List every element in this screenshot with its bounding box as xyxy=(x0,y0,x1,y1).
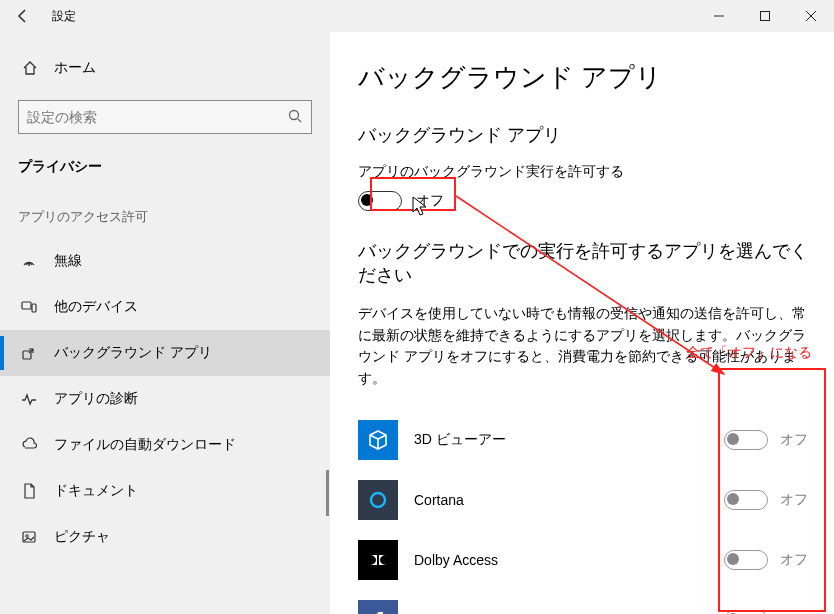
sidebar-item-label: バックグラウンド アプリ xyxy=(54,344,212,362)
app-toggle-state: オフ xyxy=(780,551,808,569)
picture-icon xyxy=(18,529,40,545)
svg-point-2 xyxy=(28,264,30,266)
app-toggle-state: オフ xyxy=(780,491,808,509)
content-pane: バックグラウンド アプリ バックグラウンド アプリ アプリのバックグラウンド実行… xyxy=(330,32,834,614)
annotation-text: 全て「オフ」になる xyxy=(686,344,812,362)
app-icon-cortana xyxy=(358,480,398,520)
section-title: バックグラウンド アプリ xyxy=(358,123,808,147)
sidebar-item-pictures[interactable]: ピクチャ xyxy=(0,514,330,560)
app-row: Facebook オフ xyxy=(358,590,808,614)
arrow-left-icon xyxy=(15,8,31,24)
svg-point-8 xyxy=(371,493,385,507)
svg-point-7 xyxy=(26,535,29,538)
sidebar-item-radio[interactable]: 無線 xyxy=(0,238,330,284)
back-button[interactable] xyxy=(0,0,46,32)
window-title: 設定 xyxy=(46,8,76,25)
maximize-button[interactable] xyxy=(742,0,788,32)
app-toggle[interactable] xyxy=(724,610,768,614)
app-toggle[interactable] xyxy=(724,430,768,450)
app-toggle[interactable] xyxy=(724,550,768,570)
app-icon-facebook xyxy=(358,600,398,614)
app-name: Dolby Access xyxy=(414,552,724,568)
app-row: Cortana オフ xyxy=(358,470,808,530)
home-label: ホーム xyxy=(54,59,96,77)
sidebar-item-label: ピクチャ xyxy=(54,528,110,546)
master-toggle[interactable] xyxy=(358,191,402,211)
group-title: アプリのアクセス許可 xyxy=(0,202,330,238)
sidebar-item-other-devices[interactable]: 他のデバイス xyxy=(0,284,330,330)
app-toggle[interactable] xyxy=(724,490,768,510)
svg-rect-4 xyxy=(32,304,36,312)
app-name: 3D ビューアー xyxy=(414,431,724,449)
apps-arrow-icon xyxy=(18,345,40,361)
sidebar-item-label: ドキュメント xyxy=(54,482,138,500)
cloud-download-icon xyxy=(18,437,40,453)
sidebar-item-background-apps[interactable]: バックグラウンド アプリ xyxy=(0,330,330,376)
sidebar-item-app-diagnostics[interactable]: アプリの診断 xyxy=(0,376,330,422)
app-row: 3D ビューアー オフ xyxy=(358,410,808,470)
home-icon xyxy=(20,60,40,76)
search-input[interactable] xyxy=(27,109,287,125)
document-icon xyxy=(18,483,40,499)
home-nav[interactable]: ホーム xyxy=(0,48,330,88)
search-icon xyxy=(287,108,303,127)
svg-rect-3 xyxy=(22,302,31,309)
svg-point-1 xyxy=(290,110,299,119)
svg-rect-0 xyxy=(761,12,770,21)
sidebar-item-label: アプリの診断 xyxy=(54,390,138,408)
app-list: 3D ビューアー オフ Cortana オフ Dolby Access xyxy=(358,410,808,614)
titlebar: 設定 xyxy=(0,0,834,32)
minimize-button[interactable] xyxy=(696,0,742,32)
apps-section-title: バックグラウンドでの実行を許可するアプリを選んでください xyxy=(358,239,808,287)
scrollbar-thumb[interactable] xyxy=(326,470,329,516)
radio-icon xyxy=(18,253,40,269)
sidebar-item-label: 他のデバイス xyxy=(54,298,138,316)
app-name: Cortana xyxy=(414,492,724,508)
sidebar: ホーム プライバシー アプリのアクセス許可 無線 他のデバイス バッ xyxy=(0,32,330,614)
settings-search[interactable] xyxy=(18,100,312,134)
devices-icon xyxy=(18,299,40,315)
app-icon-dolby xyxy=(358,540,398,580)
diagnostics-icon xyxy=(18,391,40,407)
sidebar-item-label: ファイルの自動ダウンロード xyxy=(54,436,236,454)
close-button[interactable] xyxy=(788,0,834,32)
sidebar-item-label: 無線 xyxy=(54,252,82,270)
category-title: プライバシー xyxy=(0,152,330,202)
sidebar-item-auto-download[interactable]: ファイルの自動ダウンロード xyxy=(0,422,330,468)
sidebar-item-documents[interactable]: ドキュメント xyxy=(0,468,330,514)
master-toggle-state: オフ xyxy=(416,192,444,210)
master-toggle-label: アプリのバックグラウンド実行を許可する xyxy=(358,163,808,181)
page-title: バックグラウンド アプリ xyxy=(358,60,808,95)
app-toggle-state: オフ xyxy=(780,431,808,449)
app-icon-3dviewer xyxy=(358,420,398,460)
app-row: Dolby Access オフ xyxy=(358,530,808,590)
